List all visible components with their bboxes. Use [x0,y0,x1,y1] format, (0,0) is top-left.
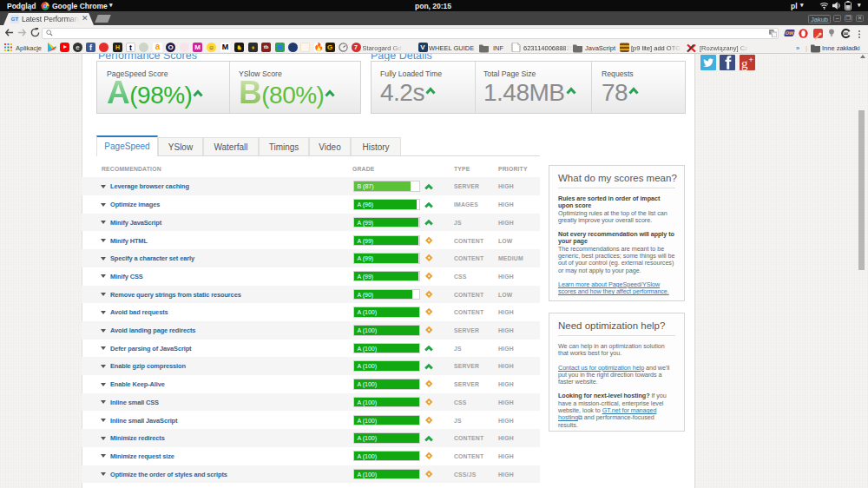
svg-text:g: g [741,56,748,70]
svg-text:文: 文 [770,30,773,34]
svg-text:+: + [749,56,753,64]
